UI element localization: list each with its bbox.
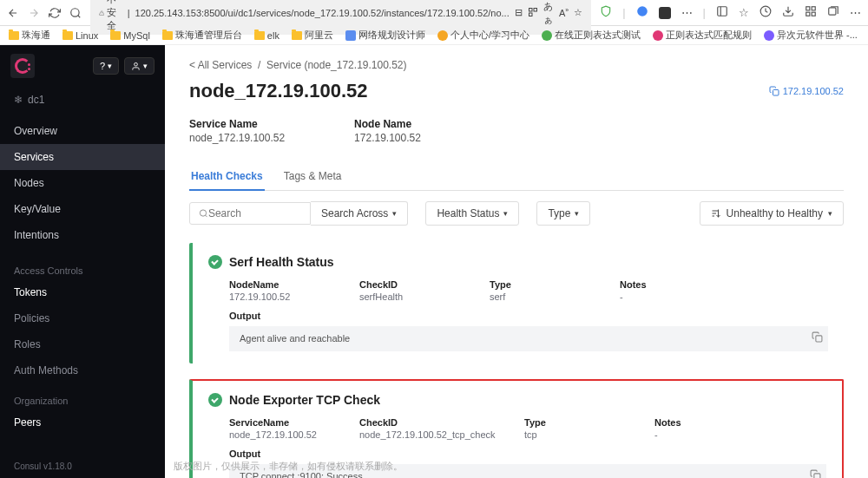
health-status-filter[interactable]: Health Status▾ xyxy=(425,201,519,226)
sidebar-item-authmethods[interactable]: Auth Methods xyxy=(0,357,165,383)
forward-icon[interactable] xyxy=(28,7,40,19)
search-input[interactable] xyxy=(208,207,301,219)
main-content: < All Services / Service (node_172.19.10… xyxy=(165,45,868,478)
sidebar-section-access: Access Controls xyxy=(0,253,165,279)
url-text: 120.25.143.153:8500/ui/dc1/services/node… xyxy=(135,8,510,18)
svg-rect-19 xyxy=(814,474,820,478)
sort-button[interactable]: Unhealthy to Healthy▾ xyxy=(700,201,844,226)
status-passing-icon xyxy=(208,255,222,269)
bookmark-item[interactable]: 异次元软件世界 -... xyxy=(764,29,858,42)
browser-toolbar: 不安全 | 120.25.143.153:8500/ui/dc1/service… xyxy=(0,0,868,26)
bookmark-item[interactable]: elk xyxy=(254,30,279,41)
user-button[interactable]: ▾ xyxy=(124,57,155,75)
tabs-icon[interactable] xyxy=(827,5,839,20)
reload-icon[interactable] xyxy=(49,7,61,19)
service-name-label: Service Name xyxy=(189,118,285,130)
shield-icon[interactable] xyxy=(600,5,612,20)
sidebar-item-services[interactable]: Services xyxy=(0,144,165,170)
sort-icon xyxy=(711,208,721,219)
svg-rect-18 xyxy=(816,336,822,342)
search-icon[interactable] xyxy=(69,7,82,19)
translate-icon[interactable]: あぁ xyxy=(543,0,554,26)
sidebar-item-intentions[interactable]: Intentions xyxy=(0,222,165,248)
sidebar-item-peers[interactable]: Peers xyxy=(0,409,165,435)
copy-icon[interactable] xyxy=(812,331,823,345)
svg-rect-3 xyxy=(529,8,532,11)
bookmark-item[interactable]: 阿里云 xyxy=(292,29,333,42)
bookmark-item[interactable]: Linux xyxy=(62,30,98,41)
sidebar-toggle-icon[interactable] xyxy=(716,5,728,20)
star-icon[interactable]: ☆ xyxy=(574,7,582,18)
ext-icon-1[interactable] xyxy=(636,5,648,20)
output-box: Agent alive and reachable xyxy=(229,326,828,351)
svg-point-0 xyxy=(71,8,79,16)
consul-logo[interactable] xyxy=(10,54,35,78)
svg-rect-11 xyxy=(812,7,815,10)
svg-rect-12 xyxy=(812,12,815,16)
svg-rect-5 xyxy=(529,13,532,16)
url-warning: 不安全 xyxy=(107,0,122,32)
history-icon[interactable] xyxy=(760,5,772,20)
search-icon xyxy=(199,208,208,219)
breadcrumb: < All Services / Service (node_172.19.10… xyxy=(189,59,844,71)
back-icon[interactable] xyxy=(7,7,19,19)
help-button[interactable]: ?▾ xyxy=(93,57,119,75)
check-title: Serf Health Status xyxy=(229,255,334,269)
reader-icon[interactable]: A» xyxy=(559,7,569,18)
svg-rect-14 xyxy=(829,8,836,15)
more-ext-icon[interactable]: ⋯ xyxy=(681,6,693,19)
health-check-card: Serf Health Status NodeName172.19.100.52… xyxy=(189,243,844,363)
service-name-value: node_172.19.100.52 xyxy=(189,132,285,144)
sidebar-item-roles[interactable]: Roles xyxy=(0,331,165,357)
svg-rect-16 xyxy=(773,90,779,96)
tab-tags-meta[interactable]: Tags & Meta xyxy=(282,163,344,190)
sidebar-item-policies[interactable]: Policies xyxy=(0,305,165,331)
tab-health-checks[interactable]: Health Checks xyxy=(189,163,265,191)
bookmark-item[interactable]: 网络规划设计师 xyxy=(345,29,425,42)
search-across-button[interactable]: Search Across▾ xyxy=(311,201,408,226)
svg-rect-10 xyxy=(806,7,810,10)
svg-rect-4 xyxy=(534,8,537,11)
svg-rect-7 xyxy=(718,7,727,16)
sidebar-item-tokens[interactable]: Tokens xyxy=(0,279,165,305)
node-name-label: Node Name xyxy=(354,118,421,130)
type-filter[interactable]: Type▾ xyxy=(536,201,590,226)
url-action-icon[interactable]: ⊟ xyxy=(515,7,523,18)
apps-icon[interactable] xyxy=(805,5,817,20)
bookmark-item[interactable]: MySql xyxy=(110,30,150,41)
page-title: node_172.19.100.52 xyxy=(189,80,367,102)
crumb-all-services[interactable]: All Services xyxy=(198,59,253,71)
bookmark-item[interactable]: 正则表达式匹配规则 xyxy=(653,29,752,42)
crumb-service: Service (node_172.19.100.52) xyxy=(266,59,406,71)
copy-icon[interactable] xyxy=(810,469,821,478)
bookmark-item[interactable]: 个人中心/学习中心 xyxy=(437,29,529,42)
bookmark-item[interactable]: 珠海通 xyxy=(9,29,50,42)
favorites-icon[interactable]: ☆ xyxy=(739,6,749,19)
bookmark-item[interactable]: 珠海通管理后台 xyxy=(162,29,242,42)
check-title: Node Exporter TCP Check xyxy=(229,393,380,407)
search-box[interactable] xyxy=(189,202,311,225)
svg-rect-13 xyxy=(806,12,810,16)
watermark-text: 版权图片，仅供展示，非存储，如有侵权请联系删除。 xyxy=(174,460,403,473)
ext-icon-2[interactable] xyxy=(659,7,671,19)
svg-point-15 xyxy=(135,62,138,66)
node-name-value: 172.19.100.52 xyxy=(354,132,421,144)
sidebar-section-org: Organization xyxy=(0,383,165,409)
sidebar-item-keyvalue[interactable]: Key/Value xyxy=(0,196,165,222)
menu-icon[interactable]: ⋯ xyxy=(850,6,861,19)
sidebar: ?▾ ▾ ❄dc1 Overview Services Nodes Key/Va… xyxy=(0,45,165,478)
qr-icon[interactable] xyxy=(528,7,538,19)
svg-point-17 xyxy=(200,210,206,216)
svg-point-6 xyxy=(637,6,648,16)
consul-version: Consul v1.18.0 xyxy=(0,455,165,478)
sidebar-item-overview[interactable]: Overview xyxy=(0,118,165,144)
status-passing-icon xyxy=(208,393,222,407)
bookmark-item[interactable]: 在线正则表达式测试 xyxy=(542,29,641,42)
node-ip-link[interactable]: 172.19.100.52 xyxy=(769,86,844,96)
sidebar-item-nodes[interactable]: Nodes xyxy=(0,170,165,196)
download-icon[interactable] xyxy=(782,5,794,20)
datacenter-selector[interactable]: ❄dc1 xyxy=(0,87,165,113)
tabs: Health Checks Tags & Meta xyxy=(189,163,844,191)
